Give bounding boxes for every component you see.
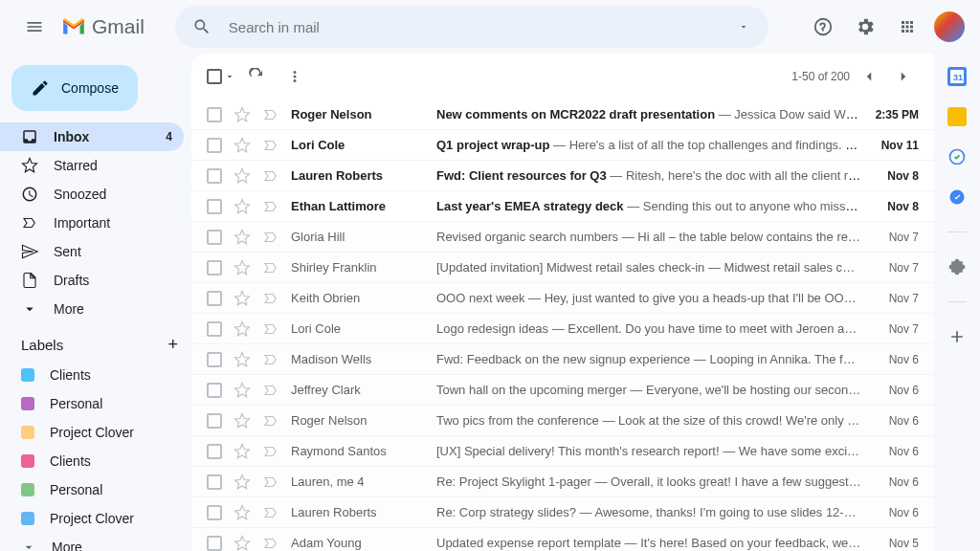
star-icon[interactable]: [234, 290, 251, 307]
sidebar-item-drafts[interactable]: Drafts: [0, 266, 184, 295]
row-checkbox[interactable]: [207, 321, 222, 337]
label-item[interactable]: Personal: [0, 389, 191, 418]
label-item[interactable]: Project Clover: [0, 504, 191, 533]
sidebar-item-inbox[interactable]: Inbox4: [0, 122, 184, 151]
labels-more[interactable]: More: [0, 533, 191, 551]
important-icon[interactable]: [262, 443, 279, 460]
email-row[interactable]: Shirley Franklin [Updated invitation] Mi…: [191, 253, 934, 283]
row-checkbox[interactable]: [207, 383, 222, 398]
star-icon[interactable]: [234, 106, 251, 123]
star-icon[interactable]: [234, 351, 251, 368]
contacts-icon[interactable]: [947, 187, 967, 207]
row-checkbox[interactable]: [207, 199, 222, 214]
row-checkbox[interactable]: [207, 536, 222, 551]
star-icon[interactable]: [234, 259, 251, 276]
email-row[interactable]: Roger Nelson New comments on MCR2022 dra…: [191, 99, 934, 130]
row-checkbox[interactable]: [207, 138, 222, 153]
star-icon[interactable]: [234, 320, 251, 338]
row-checkbox[interactable]: [207, 260, 222, 276]
calendar-icon[interactable]: 31: [947, 67, 967, 86]
prev-page-button[interactable]: [854, 61, 884, 92]
search-bar[interactable]: [175, 6, 768, 48]
important-icon[interactable]: [262, 229, 279, 246]
help-icon[interactable]: [804, 8, 842, 46]
important-icon[interactable]: [262, 320, 279, 338]
important-icon[interactable]: [262, 290, 279, 307]
tasks-icon[interactable]: [947, 147, 967, 166]
row-checkbox[interactable]: [207, 505, 222, 520]
email-row[interactable]: Roger Nelson Two pics from the conferenc…: [191, 406, 934, 436]
star-icon[interactable]: [234, 198, 251, 215]
email-row[interactable]: Lauren Roberts Re: Corp strategy slides?…: [191, 497, 934, 528]
email-row[interactable]: Madison Wells Fwd: Feedback on the new s…: [191, 344, 934, 375]
search-icon[interactable]: [183, 8, 221, 46]
important-icon[interactable]: [262, 198, 279, 215]
important-icon[interactable]: [262, 412, 279, 430]
email-row[interactable]: Lauren, me 4 Re: Project Skylight 1-page…: [191, 467, 934, 497]
label-item[interactable]: Project Clover: [0, 418, 191, 447]
email-row[interactable]: Lori Cole Q1 project wrap-up — Here's a …: [191, 130, 934, 161]
label-item[interactable]: Personal: [0, 475, 191, 504]
row-checkbox[interactable]: [207, 107, 222, 122]
label-item[interactable]: Clients: [0, 447, 191, 475]
row-checkbox[interactable]: [207, 474, 222, 490]
email-row[interactable]: Raymond Santos [UX] Special delivery! Th…: [191, 436, 934, 467]
more-actions-button[interactable]: [278, 59, 312, 94]
email-sender: Roger Nelson: [291, 107, 425, 121]
row-checkbox[interactable]: [207, 352, 222, 367]
star-icon[interactable]: [234, 474, 251, 491]
email-row[interactable]: Gloria Hill Revised organic search numbe…: [191, 222, 934, 253]
important-icon[interactable]: [262, 137, 279, 154]
important-icon[interactable]: [262, 351, 279, 368]
row-checkbox[interactable]: [207, 413, 222, 429]
keep-icon[interactable]: [947, 107, 967, 126]
sidebar-item-important[interactable]: Important: [0, 209, 184, 237]
row-checkbox[interactable]: [207, 230, 222, 245]
row-checkbox[interactable]: [207, 444, 222, 459]
important-icon[interactable]: [262, 504, 279, 521]
email-row[interactable]: Jeffrey Clark Town hall on the upcoming …: [191, 375, 934, 406]
next-page-button[interactable]: [888, 61, 919, 92]
search-input[interactable]: [229, 19, 726, 35]
refresh-button[interactable]: [239, 59, 274, 94]
row-checkbox[interactable]: [207, 168, 222, 184]
important-icon[interactable]: [262, 167, 279, 185]
email-row[interactable]: Lori Cole Logo redesign ideas — Excellen…: [191, 314, 934, 344]
email-row[interactable]: Ethan Lattimore Last year's EMEA strateg…: [191, 191, 934, 222]
star-icon[interactable]: [234, 382, 251, 399]
settings-icon[interactable]: [846, 8, 884, 46]
select-all-checkbox[interactable]: [207, 69, 235, 84]
star-icon[interactable]: [234, 412, 251, 430]
important-icon[interactable]: [262, 382, 279, 399]
important-icon[interactable]: [262, 474, 279, 491]
compose-button[interactable]: Compose: [11, 65, 138, 111]
sidebar-item-sent[interactable]: Sent: [0, 237, 184, 266]
star-icon[interactable]: [234, 504, 251, 521]
sidebar-item-more[interactable]: More: [0, 295, 184, 323]
important-icon[interactable]: [262, 106, 279, 123]
star-icon[interactable]: [234, 229, 251, 246]
star-icon[interactable]: [234, 535, 251, 552]
email-row[interactable]: Adam Young Updated expense report templa…: [191, 528, 934, 551]
account-avatar[interactable]: [934, 11, 965, 42]
sidebar-item-starred[interactable]: Starred: [0, 151, 184, 180]
search-options-icon[interactable]: [726, 21, 761, 33]
apps-icon[interactable]: [888, 8, 926, 46]
email-subject: New comments on MCR2022 draft presentati…: [436, 107, 715, 121]
star-icon[interactable]: [234, 137, 251, 154]
important-icon[interactable]: [262, 535, 279, 552]
row-checkbox[interactable]: [207, 291, 222, 306]
star-icon[interactable]: [234, 443, 251, 460]
important-icon[interactable]: [262, 259, 279, 276]
label-item[interactable]: Clients: [0, 361, 191, 389]
sidebar-item-snoozed[interactable]: Snoozed: [0, 180, 184, 209]
email-row[interactable]: Lauren Roberts Fwd: Client resources for…: [191, 161, 934, 191]
add-icon[interactable]: [947, 327, 967, 346]
addons-icon[interactable]: [947, 257, 967, 276]
menu-icon[interactable]: [15, 8, 54, 46]
add-label-icon[interactable]: +: [167, 335, 178, 355]
gmail-logo[interactable]: Gmail: [61, 15, 145, 38]
star-icon[interactable]: [234, 167, 251, 185]
email-row[interactable]: Keith Obrien OOO next week — Hey, just w…: [191, 283, 934, 314]
email-snippet: — Look at the size of this crowd! We're …: [599, 413, 861, 428]
